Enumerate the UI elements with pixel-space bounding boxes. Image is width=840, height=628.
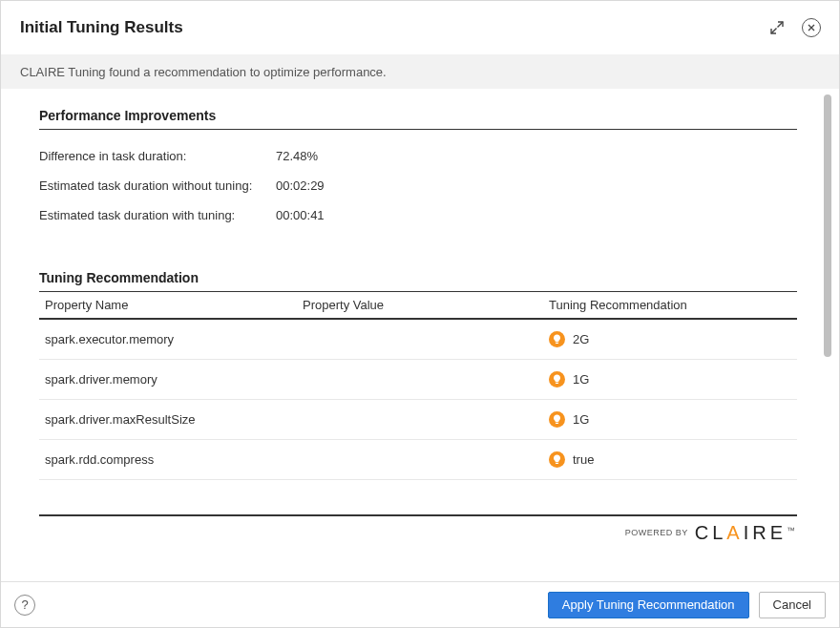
- table-row: spark.rdd.compress true: [39, 440, 797, 480]
- reco-value: 2G: [573, 332, 589, 346]
- apply-button[interactable]: Apply Tuning Recommendation: [548, 592, 749, 618]
- scrollbar[interactable]: [824, 94, 831, 581]
- lightbulb-icon: [549, 411, 565, 428]
- col-header-reco: Tuning Recommendation: [549, 298, 791, 312]
- reco-value: true: [573, 452, 594, 467]
- scrollbar-thumb[interactable]: [824, 94, 831, 357]
- cancel-button[interactable]: Cancel: [759, 592, 826, 618]
- table-row: spark.driver.memory 1G: [39, 360, 797, 400]
- col-header-name: Property Name: [45, 298, 303, 312]
- claire-logo: CLAIRE™: [695, 522, 795, 543]
- perf-section-title: Performance Improvements: [39, 108, 797, 123]
- close-icon[interactable]: [801, 17, 822, 38]
- table-header: Property Name Property Value Tuning Reco…: [39, 291, 797, 320]
- section-rule: [39, 514, 797, 516]
- header-icons: [766, 17, 822, 38]
- dialog-subheader: CLAIRE Tuning found a recommendation to …: [1, 54, 839, 89]
- help-icon[interactable]: ?: [14, 595, 35, 616]
- content-wrap: Performance Improvements Difference in t…: [1, 89, 839, 581]
- cell-reco: true: [549, 451, 791, 468]
- dialog-footer: ? Apply Tuning Recommendation Cancel: [1, 581, 839, 627]
- table-row: spark.executor.memory 2G: [39, 320, 797, 360]
- reco-table: Property Name Property Value Tuning Reco…: [39, 291, 797, 480]
- powered-by: POWERED BY CLAIRE™: [39, 522, 797, 544]
- expand-icon[interactable]: [766, 17, 788, 38]
- cell-reco: 1G: [549, 371, 791, 387]
- table-row: spark.driver.maxResultSize 1G: [39, 400, 797, 440]
- perf-value: 00:02:29: [276, 178, 325, 193]
- subheader-text: CLAIRE Tuning found a recommendation to …: [20, 65, 387, 79]
- perf-row: Estimated task duration with tuning: 00:…: [39, 208, 797, 222]
- cell-name: spark.executor.memory: [45, 332, 303, 346]
- lightbulb-icon: [549, 371, 565, 387]
- lightbulb-icon: [549, 451, 565, 468]
- section-rule: [39, 129, 797, 130]
- perf-label: Difference in task duration:: [39, 149, 276, 163]
- dialog-title: Initial Tuning Results: [20, 18, 766, 37]
- reco-section-title: Tuning Recommendation: [39, 270, 797, 285]
- perf-value: 72.48%: [276, 149, 318, 163]
- dialog: Initial Tuning Results CLAIRE Tuning fou…: [0, 0, 840, 628]
- content: Performance Improvements Difference in t…: [5, 93, 831, 581]
- cell-name: spark.driver.memory: [45, 372, 303, 387]
- perf-label: Estimated task duration with tuning:: [39, 208, 276, 222]
- cell-name: spark.driver.maxResultSize: [45, 412, 303, 427]
- reco-value: 1G: [573, 412, 589, 427]
- lightbulb-icon: [549, 331, 565, 347]
- col-header-value: Property Value: [303, 298, 549, 312]
- perf-value: 00:00:41: [276, 208, 325, 222]
- perf-label: Estimated task duration without tuning:: [39, 178, 276, 193]
- powered-by-label: POWERED BY: [625, 528, 688, 537]
- dialog-header: Initial Tuning Results: [1, 1, 839, 54]
- cell-reco: 1G: [549, 411, 791, 428]
- reco-value: 1G: [573, 372, 589, 387]
- perf-row: Estimated task duration without tuning: …: [39, 178, 797, 193]
- cell-name: spark.rdd.compress: [45, 452, 303, 467]
- cell-reco: 2G: [549, 331, 791, 347]
- perf-row: Difference in task duration: 72.48%: [39, 149, 797, 163]
